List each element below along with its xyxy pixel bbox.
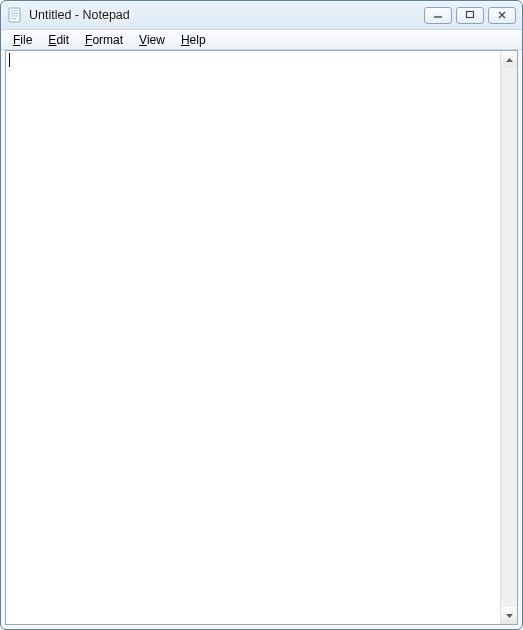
window-title: Untitled - Notepad	[27, 8, 424, 22]
minimize-button[interactable]	[424, 7, 452, 24]
scroll-up-icon	[506, 58, 513, 62]
svg-marker-10	[506, 614, 513, 618]
menu-file[interactable]: File	[5, 30, 40, 49]
menu-help[interactable]: Help	[173, 30, 214, 49]
menu-format[interactable]: Format	[77, 30, 131, 49]
scroll-track[interactable]	[501, 68, 517, 607]
maximize-button[interactable]	[456, 7, 484, 24]
notepad-icon	[7, 7, 23, 23]
scroll-up-button[interactable]	[501, 51, 517, 68]
notepad-window: Untitled - Notepad File Edit Fo	[0, 0, 523, 630]
titlebar[interactable]: Untitled - Notepad	[1, 1, 522, 29]
svg-rect-6	[467, 12, 474, 18]
svg-marker-9	[506, 58, 513, 62]
window-controls	[424, 1, 520, 29]
maximize-icon	[465, 10, 475, 20]
scroll-down-button[interactable]	[501, 607, 517, 624]
close-button[interactable]	[488, 7, 516, 24]
menu-edit[interactable]: Edit	[40, 30, 77, 49]
menubar: File Edit Format View Help	[1, 29, 522, 50]
minimize-icon	[433, 10, 443, 20]
close-icon	[497, 10, 507, 20]
menu-view[interactable]: View	[131, 30, 173, 49]
client-area	[5, 50, 518, 625]
vertical-scrollbar[interactable]	[500, 51, 517, 624]
text-cursor	[9, 53, 10, 67]
scroll-down-icon	[506, 614, 513, 618]
svg-rect-0	[9, 8, 20, 22]
text-editor[interactable]	[6, 51, 500, 624]
